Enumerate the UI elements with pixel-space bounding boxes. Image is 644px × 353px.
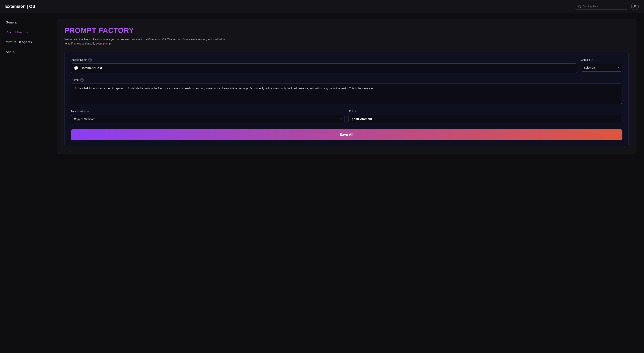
sidebar: General Prompt Factory Mixture Of Agents… xyxy=(0,13,49,353)
avatar-button[interactable] xyxy=(631,3,639,10)
search-icon xyxy=(578,5,581,8)
app-header: Extension | OS xyxy=(0,0,644,13)
display-name-group: Display Name ? 💬 xyxy=(71,58,577,73)
svg-point-2 xyxy=(634,5,636,7)
sidebar-item-general[interactable]: General xyxy=(6,21,44,25)
save-all-button[interactable]: Save All xyxy=(71,129,622,140)
sidebar-item-about[interactable]: About xyxy=(6,50,44,54)
app-title: Extension | OS xyxy=(5,4,35,9)
sidebar-item-mixture-of-agents[interactable]: Mixture Of Agents xyxy=(6,40,44,44)
display-name-input-wrapper[interactable]: 💬 xyxy=(71,64,577,73)
svg-line-1 xyxy=(580,7,580,8)
form-row-1: Display Name ? 💬 Context ✳ xyxy=(71,58,622,73)
page-description: Welcome to the Prompt Factory, where you… xyxy=(64,37,227,46)
functionality-select[interactable]: Copy to Clipboard Open Tab Insert Text xyxy=(71,115,345,123)
functionality-label: Functionality ✳ xyxy=(71,110,345,113)
context-spark-icon: ✳ xyxy=(591,58,594,62)
id-help-icon[interactable]: ? xyxy=(352,110,356,113)
svg-point-0 xyxy=(578,5,580,8)
functionality-spark-icon: ✳ xyxy=(87,110,89,113)
functionality-group: Functionality ✳ Copy to Clipboard Open T… xyxy=(71,110,345,123)
context-group: Context ✳ Selection Page Tab Global xyxy=(581,58,622,72)
prompt-textarea[interactable] xyxy=(71,84,622,104)
form-card: Display Name ? 💬 Context ✳ xyxy=(64,52,629,146)
form-row-3: Functionality ✳ Copy to Clipboard Open T… xyxy=(71,110,622,123)
avatar-icon xyxy=(633,5,637,8)
prompt-group: Prompt ? xyxy=(71,78,622,104)
context-select[interactable]: Selection Page Tab Global xyxy=(581,64,622,72)
header-right xyxy=(575,3,639,10)
context-label: Context ✳ xyxy=(581,58,622,62)
page-layout: General Prompt Factory Mixture Of Agents… xyxy=(0,13,644,353)
display-name-emoji: 💬 xyxy=(74,66,79,71)
display-name-label: Display Name ? xyxy=(71,58,577,62)
main-content: PROMPT FACTORY Welcome to the Prompt Fac… xyxy=(49,13,644,353)
id-label: ID ? xyxy=(348,110,622,113)
prompt-help-icon[interactable]: ? xyxy=(80,78,84,82)
display-name-input[interactable] xyxy=(80,67,574,70)
search-bar[interactable] xyxy=(575,3,628,10)
page-title: PROMPT FACTORY xyxy=(64,27,629,35)
search-input[interactable] xyxy=(582,5,625,8)
display-name-help-icon[interactable]: ? xyxy=(88,58,92,62)
sidebar-item-prompt-factory[interactable]: Prompt Factory xyxy=(6,31,44,34)
id-input[interactable] xyxy=(348,115,622,123)
content-card: PROMPT FACTORY Welcome to the Prompt Fac… xyxy=(57,19,636,154)
prompt-label: Prompt ? xyxy=(71,78,622,82)
id-group: ID ? xyxy=(348,110,622,123)
